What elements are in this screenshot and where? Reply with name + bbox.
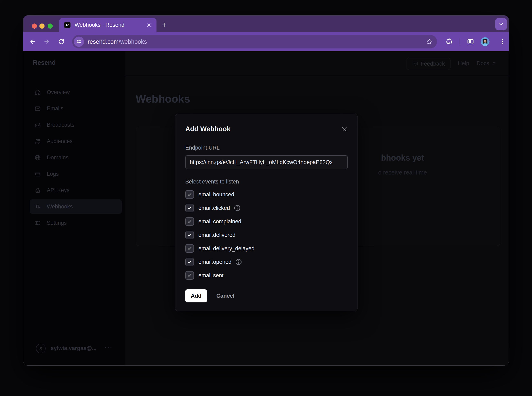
docs-label: Docs xyxy=(477,60,489,67)
new-tab-button[interactable] xyxy=(161,22,168,28)
globe-icon xyxy=(35,154,41,161)
sidebar-item-label: API Keys xyxy=(47,187,69,193)
event-row-email-delivery-delayed: email.delivery_delayed xyxy=(185,244,254,253)
browser-window: R Webhooks · Resend xyxy=(23,15,509,366)
info-icon[interactable] xyxy=(235,258,242,265)
sidebar-item-label: Webhooks xyxy=(47,204,73,210)
close-icon xyxy=(341,126,348,132)
checkbox-email-sent[interactable] xyxy=(185,271,194,280)
site-settings-button[interactable] xyxy=(74,37,84,47)
sidebar-item-label: Overview xyxy=(47,89,70,95)
browser-toolbar: resend.com/webhooks xyxy=(23,32,509,51)
sidebar-item-label: Audiences xyxy=(47,138,73,145)
desktop-background: R Webhooks · Resend xyxy=(0,0,532,396)
star-icon xyxy=(426,38,433,45)
event-row-email-bounced: email.bounced xyxy=(185,190,234,199)
arrow-right-icon xyxy=(43,38,50,45)
tab-strip: R Webhooks · Resend xyxy=(23,16,509,32)
side-panel-icon xyxy=(467,38,474,45)
endpoint-url-label: Endpoint URL xyxy=(185,145,220,151)
user-menu-button[interactable]: ··· xyxy=(104,344,113,350)
back-button[interactable] xyxy=(29,38,36,45)
tab-search-chevron-button[interactable] xyxy=(495,18,507,30)
reload-button[interactable] xyxy=(58,38,64,45)
address-bar[interactable]: resend.com/webhooks xyxy=(72,35,437,48)
check-icon xyxy=(187,233,192,238)
checkbox-email-delivered[interactable] xyxy=(185,231,194,239)
resend-favicon: R xyxy=(64,22,70,28)
home-icon xyxy=(35,89,41,95)
external-link-arrow-icon xyxy=(491,61,497,66)
select-events-label: Select events to listen xyxy=(185,179,239,185)
avatar xyxy=(481,37,490,46)
check-icon xyxy=(187,260,192,264)
event-row-email-complained: email.complained xyxy=(185,217,241,226)
feedback-button[interactable]: Feedback xyxy=(407,58,451,70)
reload-icon xyxy=(58,38,64,45)
sidebar-item-audiences[interactable]: Audiences xyxy=(23,133,125,149)
event-label: email.delivery_delayed xyxy=(198,245,254,252)
resend-logo[interactable]: Resend xyxy=(33,59,56,66)
chevron-down-icon xyxy=(498,22,504,27)
sidebar-item-logs[interactable]: Logs xyxy=(23,166,125,182)
add-webhook-modal: Add Webhook Endpoint URL Select events t… xyxy=(175,114,358,311)
sidebar-item-overview[interactable]: Overview xyxy=(23,84,125,100)
checkbox-email-delivery-delayed[interactable] xyxy=(185,244,194,253)
checkbox-email-bounced[interactable] xyxy=(185,190,194,199)
checkbox-email-clicked[interactable] xyxy=(185,204,194,212)
docs-link[interactable]: Docs xyxy=(477,60,497,67)
event-row-email-delivered: email.delivered xyxy=(185,231,236,239)
endpoint-url-input[interactable] xyxy=(185,155,348,169)
check-icon xyxy=(187,246,192,251)
forward-button[interactable] xyxy=(43,38,50,45)
sidebar-item-label: Settings xyxy=(47,220,67,226)
feedback-label: Feedback xyxy=(421,61,445,67)
zoom-window-button[interactable] xyxy=(48,23,53,29)
sidebar-item-label: Emails xyxy=(47,105,63,112)
url-domain: resend.com xyxy=(88,38,119,45)
tab-title: Webhooks · Resend xyxy=(75,22,144,28)
event-row-email-sent: email.sent xyxy=(185,271,224,280)
user-avatar[interactable]: S xyxy=(36,344,46,353)
browser-profile-avatar[interactable] xyxy=(481,37,490,46)
toolbar-divider xyxy=(460,38,460,45)
tune-icon xyxy=(76,39,82,45)
header-divider xyxy=(125,76,509,76)
info-icon[interactable] xyxy=(234,204,241,211)
sidebar-item-api-keys[interactable]: API Keys xyxy=(23,182,125,198)
modal-close-button[interactable] xyxy=(341,126,348,132)
kebab-menu-icon xyxy=(499,38,506,45)
checkbox-email-opened[interactable] xyxy=(185,258,194,266)
sidebar-item-domains[interactable]: Domains xyxy=(23,149,125,166)
sliders-icon xyxy=(35,220,41,226)
extensions-button[interactable] xyxy=(446,38,452,45)
cancel-button[interactable]: Cancel xyxy=(214,289,237,303)
lock-icon xyxy=(35,187,41,193)
checkbox-email-complained[interactable] xyxy=(185,217,194,226)
users-icon xyxy=(35,138,41,145)
sidebar-item-emails[interactable]: Emails xyxy=(23,100,125,117)
minimize-window-button[interactable] xyxy=(40,23,45,29)
inbox-icon xyxy=(35,122,41,128)
event-label: email.complained xyxy=(198,218,241,225)
modal-title: Add Webhook xyxy=(185,125,231,133)
event-label: email.clicked xyxy=(198,205,230,211)
event-row-email-clicked: email.clicked xyxy=(185,204,241,212)
help-link[interactable]: Help xyxy=(458,60,469,67)
page-title: Webhooks xyxy=(136,93,190,105)
sidebar-item-settings[interactable]: Settings xyxy=(23,215,125,231)
sidebar-item-webhooks[interactable]: Webhooks xyxy=(23,198,125,215)
arrow-left-icon xyxy=(29,38,36,45)
sidebar: Resend Overview Emails Broadcasts Audien… xyxy=(23,51,125,365)
empty-state-description-fragment: o receive real-time xyxy=(378,169,427,176)
browser-tab[interactable]: R Webhooks · Resend xyxy=(59,18,156,32)
browser-menu-button[interactable] xyxy=(499,38,506,45)
sidebar-item-broadcasts[interactable]: Broadcasts xyxy=(23,117,125,133)
close-window-button[interactable] xyxy=(32,23,37,29)
user-email: sylwia.vargas@... xyxy=(51,345,96,351)
side-panel-button[interactable] xyxy=(467,38,474,45)
tab-close-icon[interactable] xyxy=(146,23,152,28)
add-button[interactable]: Add xyxy=(185,289,207,303)
bookmark-star-button[interactable] xyxy=(426,38,433,45)
sidebar-item-label: Logs xyxy=(47,171,59,177)
